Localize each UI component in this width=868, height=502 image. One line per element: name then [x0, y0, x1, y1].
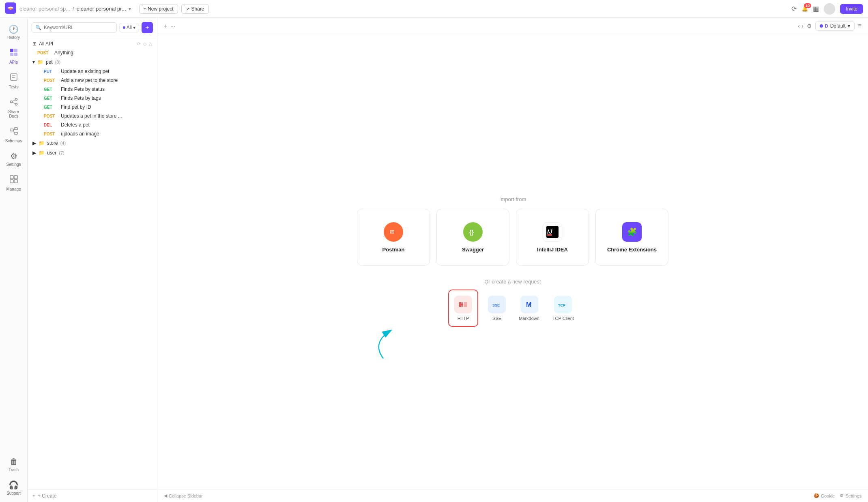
api-name: Updates a pet in the store ...	[61, 113, 122, 119]
sidebar-item-tests[interactable]: Tests	[2, 69, 25, 92]
svg-rect-1	[10, 49, 13, 52]
svg-rect-35	[459, 304, 463, 305]
env-label: D	[825, 24, 828, 28]
import-card-swagger[interactable]: {} Swagger	[436, 209, 509, 266]
import-card-postman[interactable]: ✉ Postman	[357, 209, 430, 266]
sidebar-item-support[interactable]: 🎧 Support	[2, 477, 25, 499]
api-name: Find pet by ID	[61, 104, 91, 110]
chrome-extensions-icon: 🧩	[622, 222, 642, 242]
sidebar-item-label: History	[7, 35, 20, 40]
create-button[interactable]: + + Create	[28, 489, 157, 502]
folder-user[interactable]: ▶ 📁 user (7)	[28, 148, 157, 158]
sidebar-item-schemas[interactable]: Schemas	[2, 123, 25, 146]
notification-bell[interactable]: 🔔 10	[801, 6, 808, 12]
add-button[interactable]: +	[142, 22, 153, 33]
api-item-get-pet-id[interactable]: GET Find pet by ID	[28, 103, 157, 112]
intellij-icon: IJ	[543, 222, 562, 242]
api-item-get-pets-status[interactable]: GET Finds Pets by status	[28, 85, 157, 94]
method-del: DEL	[44, 123, 58, 127]
menu-button[interactable]: ≡	[858, 22, 862, 30]
import-card-intellij[interactable]: IJ IntelliJ IDEA	[516, 209, 589, 266]
svg-text:✉: ✉	[390, 229, 395, 235]
manage-icon	[9, 175, 18, 186]
api-name: Add a new pet to the store	[61, 77, 118, 83]
svg-line-11	[12, 100, 15, 101]
more-tabs-icon[interactable]: ···	[170, 23, 175, 29]
sidebar-item-settings[interactable]: ⚙ Settings	[2, 148, 25, 170]
api-item-put-pet[interactable]: PUT Update an existing pet	[28, 67, 157, 76]
search-box[interactable]: 🔍	[32, 22, 117, 33]
settings-bottom-button[interactable]: ⚙ Settings	[840, 493, 862, 498]
all-api-header[interactable]: ⊞ All API ⟳ ◇ △	[28, 39, 157, 48]
all-filter[interactable]: All ▾	[119, 23, 139, 32]
settings-icon: ⚙	[10, 151, 17, 161]
svg-point-10	[15, 103, 17, 105]
request-item-label: HTTP	[458, 316, 469, 321]
layout-icon[interactable]: ▦	[813, 5, 819, 13]
search-input[interactable]	[44, 25, 113, 30]
sidebar-item-apis[interactable]: APIs	[2, 45, 25, 68]
history-icon: 🕐	[9, 24, 19, 34]
sidebar-item-share-docs[interactable]: Share Docs	[2, 94, 25, 122]
support-icon: 🎧	[9, 480, 19, 490]
api-item-post-upload-image[interactable]: POST uploads an image	[28, 129, 157, 138]
sidebar-item-label: Schemas	[5, 139, 22, 143]
avatar[interactable]	[824, 3, 835, 15]
plus-icon: +	[32, 493, 35, 499]
api-list: ⊞ All API ⟳ ◇ △ POST Anything ▾ 📁 pet (8…	[28, 36, 157, 489]
import-card-chrome-extensions[interactable]: 🧩 Chrome Extensions	[595, 209, 668, 266]
api-item-post-pet[interactable]: POST Add a new pet to the store	[28, 76, 157, 85]
environment-button[interactable]: D Default ▾	[815, 21, 855, 31]
api-item-post-update-pet[interactable]: POST Updates a pet in the store ...	[28, 112, 157, 120]
sidebar-item-history[interactable]: 🕐 History	[2, 21, 25, 43]
api-item-get-pets-tags[interactable]: GET Finds Pets by tags	[28, 94, 157, 103]
plus-tab-icon[interactable]: +	[164, 23, 167, 29]
refresh-icon[interactable]: ⟳	[791, 5, 797, 13]
section-label: All API	[39, 41, 53, 47]
refresh-icon[interactable]: ⟳	[137, 41, 141, 47]
svg-point-9	[10, 101, 12, 103]
apis-icon	[9, 48, 18, 59]
api-item-del-pet[interactable]: DEL Deletes a pet	[28, 120, 157, 129]
breadcrumb-current[interactable]: eleanor personal pr...	[77, 6, 126, 12]
topbar-right: ⟳ 🔔 10 ▦ Invite	[791, 3, 863, 15]
filter-label: All	[127, 25, 132, 30]
api-name: Anything	[54, 50, 73, 56]
bottom-right: 🍪 Cookie ⚙ Settings	[814, 493, 862, 498]
sidebar-item-trash[interactable]: 🗑 Trash	[2, 454, 25, 475]
svg-rect-21	[14, 180, 17, 183]
request-item-markdown[interactable]: M Markdown	[516, 292, 543, 324]
sidebar-item-manage[interactable]: Manage	[2, 172, 25, 195]
new-project-button[interactable]: + New project	[139, 4, 178, 14]
share-button[interactable]: ↗ Share	[181, 4, 209, 14]
folder-pet[interactable]: ▾ 📁 pet (8)	[28, 57, 157, 67]
content-toolbar: + ··· ‹ › ⚙ D Default ▾ ≡	[157, 18, 868, 34]
sidebar: 🕐 History APIs Tests Share Docs Schem	[0, 18, 28, 502]
http-item-highlighted[interactable]: HTTP	[448, 290, 478, 327]
more-icon[interactable]: △	[149, 41, 152, 47]
request-item-tcp[interactable]: TCP TCP Client	[549, 292, 577, 324]
request-item-http[interactable]: HTTP	[451, 292, 475, 324]
nav-back-button[interactable]: ‹	[798, 23, 800, 29]
import-card-label: Chrome Extensions	[607, 247, 657, 253]
chevron-down-icon[interactable]: ▾	[129, 6, 131, 12]
cookie-button[interactable]: 🍪 Cookie	[814, 493, 835, 498]
settings-mini-icon[interactable]: ◇	[143, 41, 146, 47]
invite-button[interactable]: Invite	[840, 4, 863, 14]
sidebar-item-label: Settings	[6, 162, 21, 167]
breadcrumb-parent[interactable]: eleanor personal sp...	[19, 6, 70, 12]
new-request-section: Or create a new request	[448, 279, 577, 327]
settings-wheel-icon[interactable]: ⚙	[807, 23, 812, 29]
request-item-sse[interactable]: SSE SSE	[485, 292, 509, 324]
chevron-down-icon: ▾	[133, 25, 135, 30]
api-item-anything[interactable]: POST Anything	[28, 48, 157, 57]
api-name: uploads an image	[61, 131, 99, 137]
sidebar-item-label: Tests	[9, 85, 18, 89]
sidebar-item-label: Support	[6, 491, 21, 496]
nav-forward-button[interactable]: ›	[801, 23, 804, 29]
collapse-sidebar-button[interactable]: ◀ Collapse Sidebar	[164, 493, 203, 498]
topbar: eleanor personal sp... / eleanor persona…	[0, 0, 868, 18]
folder-store[interactable]: ▶ 📁 store (4)	[28, 138, 157, 148]
dot-icon	[123, 26, 125, 29]
import-card-label: IntelliJ IDEA	[537, 247, 568, 253]
